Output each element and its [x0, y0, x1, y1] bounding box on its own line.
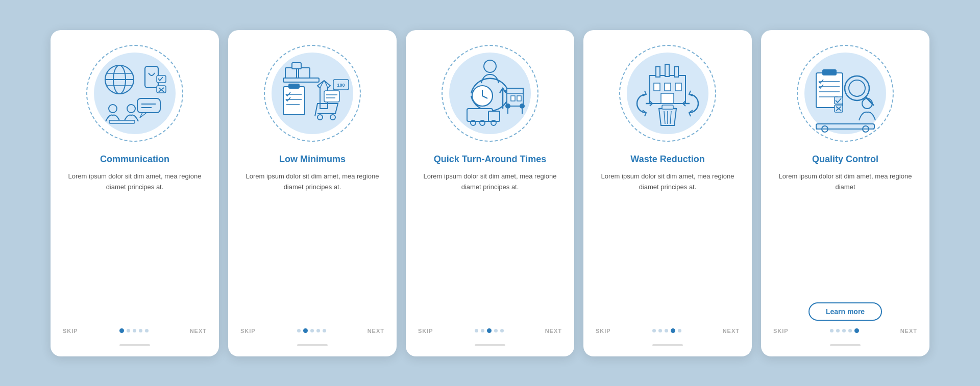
- bottom-bar-4: [652, 344, 683, 346]
- svg-rect-22: [288, 84, 300, 89]
- card-title-quick-turnaround: Quick Turn-Around Times: [434, 153, 546, 165]
- nav-row-5: SKIP NEXT: [771, 328, 919, 334]
- dots-3: [475, 328, 504, 333]
- bottom-bar-3: [475, 344, 505, 346]
- dot-2-2: [310, 329, 314, 332]
- low-minimums-svg: 100: [269, 50, 356, 137]
- nav-row-3: SKIP NEXT: [416, 328, 564, 334]
- dot-5-0: [830, 329, 834, 332]
- illustration-quick-turnaround: [439, 42, 541, 144]
- dot-4-0: [652, 329, 656, 332]
- dot-3-4: [500, 329, 504, 332]
- card-footer-quick-turnaround: SKIP NEXT: [416, 328, 564, 346]
- bottom-bar-2: [297, 344, 328, 346]
- card-communication: Communication Lorem ipsum dolor sit dim …: [51, 30, 219, 356]
- card-title-quality-control: Quality Control: [812, 153, 878, 165]
- card-title-low-minimums: Low Minimums: [279, 153, 346, 165]
- svg-rect-30: [324, 91, 339, 102]
- illustration-quality-control: [794, 42, 896, 144]
- next-btn-1[interactable]: NEXT: [190, 328, 207, 334]
- dots-4: [652, 328, 681, 333]
- dot-1-0: [119, 328, 124, 333]
- dot-4-2: [665, 329, 668, 332]
- dot-3-1: [481, 329, 484, 332]
- svg-rect-54: [675, 83, 681, 91]
- card-text-quick-turnaround: Lorem ipsum dolor sit dim amet, mea regi…: [416, 171, 564, 193]
- dot-4-4: [678, 329, 681, 332]
- svg-point-33: [484, 60, 496, 72]
- next-btn-3[interactable]: NEXT: [545, 328, 562, 334]
- svg-rect-63: [662, 105, 673, 109]
- card-title-communication: Communication: [100, 153, 169, 165]
- svg-rect-57: [665, 64, 669, 76]
- illustration-waste-reduction: [617, 42, 719, 144]
- svg-rect-5: [145, 66, 158, 88]
- illustration-communication: [84, 42, 186, 144]
- skip-btn-1[interactable]: SKIP: [63, 328, 78, 334]
- svg-rect-12: [109, 120, 135, 123]
- svg-text:100: 100: [337, 83, 345, 88]
- dot-1-3: [139, 329, 142, 332]
- quality-control-svg: [802, 50, 889, 137]
- svg-rect-56: [656, 67, 660, 77]
- dot-1-2: [133, 329, 136, 332]
- card-waste-reduction: Waste Reduction Lorem ipsum dolor sit di…: [583, 30, 752, 356]
- quick-turnaround-svg: [447, 50, 533, 137]
- svg-point-79: [862, 98, 872, 109]
- svg-point-47: [505, 104, 510, 109]
- skip-btn-2[interactable]: SKIP: [240, 328, 256, 334]
- svg-rect-6: [137, 98, 160, 113]
- dot-5-2: [842, 329, 846, 332]
- card-footer-low-minimums: SKIP NEXT: [238, 328, 386, 346]
- svg-rect-58: [674, 67, 678, 77]
- svg-rect-55: [661, 93, 674, 104]
- svg-point-49: [520, 104, 525, 109]
- dot-4-3: [671, 328, 675, 333]
- svg-rect-53: [665, 83, 671, 91]
- svg-point-10: [109, 105, 117, 113]
- skip-btn-4[interactable]: SKIP: [596, 328, 611, 334]
- card-footer-communication: SKIP NEXT: [61, 328, 209, 346]
- dots-5: [830, 328, 859, 333]
- cards-container: Communication Lorem ipsum dolor sit dim …: [31, 30, 949, 356]
- nav-row-4: SKIP NEXT: [594, 328, 742, 334]
- dot-2-0: [297, 329, 301, 332]
- svg-rect-20: [292, 63, 301, 69]
- next-btn-5[interactable]: NEXT: [900, 328, 917, 334]
- card-title-waste-reduction: Waste Reduction: [630, 153, 704, 165]
- dot-2-4: [323, 329, 326, 332]
- waste-reduction-svg: [624, 50, 711, 137]
- card-text-quality-control: Lorem ipsum dolor sit dim amet, mea regi…: [771, 171, 919, 193]
- svg-point-77: [849, 80, 865, 96]
- card-footer-waste-reduction: SKIP NEXT: [594, 328, 742, 346]
- dot-5-3: [848, 329, 852, 332]
- dot-2-1: [303, 328, 308, 333]
- svg-point-11: [127, 105, 135, 113]
- next-btn-2[interactable]: NEXT: [368, 328, 384, 334]
- communication-svg: [91, 50, 178, 137]
- card-quality-control: Quality Control Lorem ipsum dolor sit di…: [761, 30, 929, 356]
- skip-btn-3[interactable]: SKIP: [418, 328, 433, 334]
- card-text-communication: Lorem ipsum dolor sit dim amet, mea regi…: [61, 171, 209, 193]
- card-low-minimums: 100 Low Minimums Lorem ipsum dolor sit d…: [228, 30, 397, 356]
- card-text-waste-reduction: Lorem ipsum dolor sit dim amet, mea regi…: [594, 171, 742, 193]
- card-quick-turnaround: Quick Turn-Around Times Lorem ipsum dolo…: [406, 30, 574, 356]
- learn-more-button[interactable]: Learn more: [808, 302, 882, 321]
- dot-5-4: [854, 328, 859, 333]
- card-footer-quality-control: Learn more SKIP NEXT: [771, 302, 919, 346]
- skip-btn-5[interactable]: SKIP: [773, 328, 789, 334]
- svg-rect-17: [283, 78, 319, 82]
- dots-2: [297, 328, 326, 333]
- nav-row-communication: SKIP NEXT: [61, 328, 209, 334]
- next-btn-4[interactable]: NEXT: [723, 328, 740, 334]
- illustration-low-minimums: 100: [261, 42, 363, 144]
- dot-1-4: [145, 329, 149, 332]
- dot-4-1: [658, 329, 662, 332]
- card-text-low-minimums: Lorem ipsum dolor sit dim amet, mea regi…: [238, 171, 386, 193]
- dot-5-1: [836, 329, 840, 332]
- dot-1-1: [127, 329, 130, 332]
- svg-point-29: [330, 115, 335, 120]
- dots-1: [119, 328, 149, 333]
- dot-3-3: [494, 329, 498, 332]
- svg-rect-67: [822, 69, 837, 75]
